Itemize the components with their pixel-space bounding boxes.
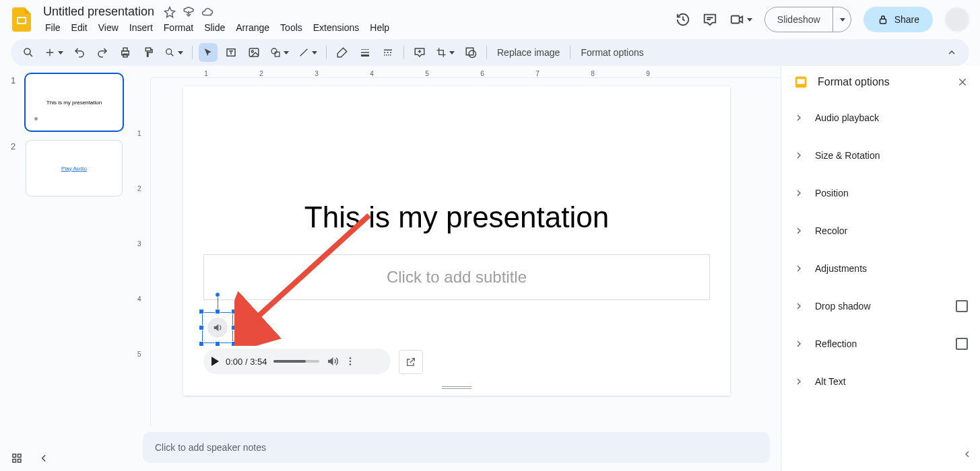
- crop-icon[interactable]: [433, 43, 457, 62]
- svg-rect-10: [249, 48, 259, 57]
- menu-help[interactable]: Help: [365, 20, 394, 36]
- audio-object[interactable]: [202, 312, 233, 343]
- menu-insert[interactable]: Insert: [125, 20, 158, 36]
- zoom-button[interactable]: [162, 43, 186, 62]
- play-button[interactable]: [211, 357, 219, 366]
- thumb-title: This is my presentation: [46, 100, 102, 106]
- checkbox[interactable]: [956, 300, 968, 312]
- sidebar-brand-icon: [793, 75, 808, 89]
- open-external-icon[interactable]: [399, 350, 423, 374]
- sidebar-item-size-rotation[interactable]: Size & Rotation: [781, 136, 980, 174]
- undo-icon[interactable]: [70, 43, 89, 62]
- speaker-icon: [207, 318, 228, 338]
- mask-icon[interactable]: [461, 43, 480, 62]
- avatar[interactable]: [945, 7, 969, 32]
- line-icon[interactable]: [296, 43, 320, 62]
- history-icon[interactable]: [676, 12, 690, 27]
- cloud-icon[interactable]: [201, 6, 214, 18]
- thumb-number: 2: [11, 140, 19, 196]
- collapse-toolbar-icon[interactable]: [942, 43, 961, 62]
- grid-view-icon[interactable]: [11, 452, 23, 464]
- star-icon[interactable]: [164, 6, 176, 18]
- sidebar-item-audio-playback[interactable]: Audio playback: [781, 98, 980, 136]
- paint-format-icon[interactable]: [139, 43, 158, 62]
- close-icon[interactable]: [957, 77, 968, 87]
- menu-slide[interactable]: Slide: [199, 20, 230, 36]
- titlebar: Untitled presentation File Edit View Ins…: [0, 0, 980, 39]
- shape-icon[interactable]: [267, 43, 292, 62]
- sidebar-item-alt-text[interactable]: Alt Text: [781, 362, 980, 400]
- resize-handle[interactable]: [199, 341, 204, 347]
- search-icon[interactable]: [19, 43, 38, 62]
- share-button[interactable]: Share: [863, 7, 933, 32]
- menu-edit[interactable]: Edit: [67, 20, 92, 36]
- svg-rect-16: [13, 454, 16, 458]
- sidebar-item-position[interactable]: Position: [781, 174, 980, 211]
- menu-tools[interactable]: Tools: [275, 20, 307, 36]
- select-tool-icon[interactable]: [199, 43, 218, 62]
- resize-handle[interactable]: [231, 325, 236, 330]
- resize-handle[interactable]: [199, 325, 204, 330]
- new-slide-button[interactable]: [42, 43, 66, 62]
- format-options-button[interactable]: Format options: [577, 47, 647, 58]
- svg-point-22: [350, 361, 352, 363]
- volume-slider[interactable]: [273, 360, 319, 363]
- slide-subtitle-placeholder[interactable]: Click to add subtitle: [203, 254, 710, 300]
- redo-icon[interactable]: [93, 43, 112, 62]
- canvas[interactable]: 1 2 3 4 5 6 7 8 9 1 2 3 4 5: [132, 66, 781, 427]
- sidebar-item-reflection[interactable]: Reflection: [781, 324, 980, 362]
- rotation-handle[interactable]: [215, 292, 220, 297]
- resize-handle[interactable]: [215, 341, 220, 347]
- svg-rect-2: [731, 16, 740, 24]
- replace-image-button[interactable]: Replace image: [493, 47, 564, 58]
- chevron-right-icon: [793, 112, 804, 123]
- menu-extensions[interactable]: Extensions: [308, 20, 364, 36]
- image-icon[interactable]: [244, 43, 263, 62]
- border-color-icon[interactable]: [333, 43, 352, 62]
- slide-canvas[interactable]: This is my presentation Click to add sub…: [183, 86, 730, 396]
- slideshow-button[interactable]: Slideshow: [765, 7, 833, 32]
- svg-rect-13: [275, 52, 280, 57]
- sidebar-item-drop-shadow[interactable]: Drop shadow: [781, 287, 980, 324]
- sidebar-item-label: Adjustments: [815, 263, 867, 274]
- sidebar-item-label: Recolor: [815, 225, 847, 236]
- move-icon[interactable]: [183, 6, 195, 18]
- slide-thumb-2[interactable]: Play Audio: [26, 140, 123, 196]
- doc-title[interactable]: Untitled presentation: [40, 3, 157, 20]
- more-icon[interactable]: [345, 356, 356, 367]
- menu-file[interactable]: File: [40, 20, 65, 36]
- svg-rect-17: [18, 454, 22, 458]
- menu-view[interactable]: View: [94, 20, 123, 36]
- slides-brand-icon[interactable]: [8, 6, 35, 33]
- collapse-filmstrip-icon[interactable]: [38, 452, 50, 464]
- toolbar: Replace image Format options: [11, 39, 969, 66]
- chevron-right-icon: [793, 376, 804, 387]
- notes-resize-handle[interactable]: [442, 386, 471, 389]
- resize-handle[interactable]: [215, 309, 220, 314]
- resize-handle[interactable]: [231, 341, 236, 347]
- svg-point-15: [469, 50, 476, 58]
- svg-point-11: [251, 50, 253, 52]
- collapse-sidepanel-icon[interactable]: [957, 444, 977, 464]
- sidebar-item-adjustments[interactable]: Adjustments: [781, 249, 980, 287]
- border-weight-icon[interactable]: [356, 43, 374, 62]
- sidebar-item-recolor[interactable]: Recolor: [781, 211, 980, 249]
- volume-icon[interactable]: [326, 355, 338, 367]
- speaker-notes[interactable]: Click to add speaker notes: [143, 432, 770, 463]
- meet-button[interactable]: [729, 12, 752, 27]
- slide-thumb-1[interactable]: This is my presentation: [26, 74, 123, 131]
- resize-handle[interactable]: [199, 309, 204, 314]
- menu-arrange[interactable]: Arrange: [231, 20, 274, 36]
- slideshow-caret[interactable]: [833, 7, 851, 32]
- svg-point-12: [271, 48, 277, 54]
- resize-handle[interactable]: [231, 309, 236, 314]
- slide-title[interactable]: This is my presentation: [253, 201, 660, 234]
- comment-add-icon[interactable]: [410, 43, 429, 62]
- border-dash-icon[interactable]: [379, 43, 397, 62]
- textbox-icon[interactable]: [222, 43, 240, 62]
- checkbox[interactable]: [956, 338, 968, 350]
- menu-format[interactable]: Format: [159, 20, 198, 36]
- comments-icon[interactable]: [703, 12, 717, 27]
- print-icon[interactable]: [116, 43, 135, 62]
- svg-point-4: [24, 48, 30, 55]
